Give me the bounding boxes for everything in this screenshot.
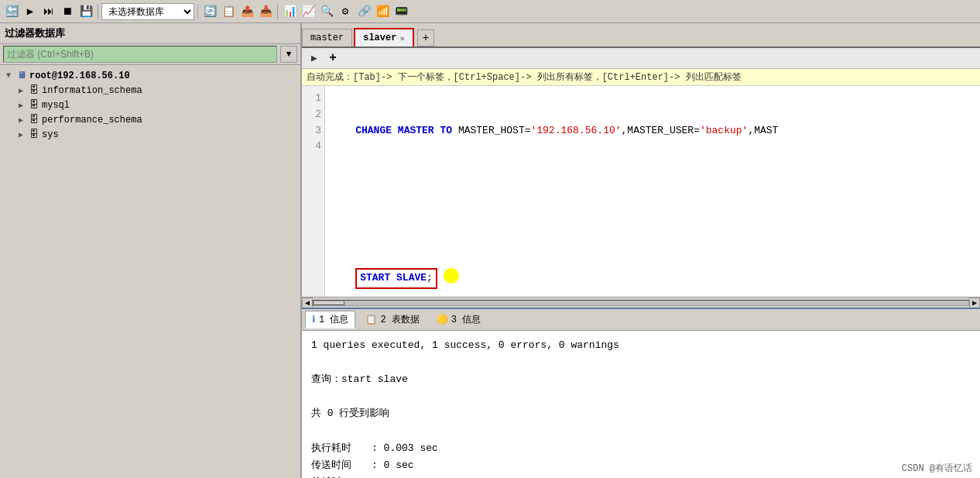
query-run-icon[interactable]: ▶ [307,50,322,66]
toolbar-icon-7[interactable]: 📋 [220,3,237,20]
node-label-mysql: mysql [42,100,70,111]
info-icon: ℹ [312,314,316,325]
selected-code: START SLAVE; [355,268,437,289]
toolbar-icon-1[interactable]: 🔙 [3,3,20,20]
semicolon: ; [427,272,433,284]
result-line-1: 1 queries executed, 1 success, 0 errors,… [311,337,971,354]
result-tab-msg-label: 3 信息 [451,313,481,326]
result-tab-info[interactable]: ℹ 1 信息 [305,311,355,328]
node-label-ps: performance_schema [42,115,142,126]
code-line-1: CHANGE MASTER TO MASTER_HOST='192.168.56… [331,123,974,139]
hscroll-track[interactable] [313,300,969,306]
expand-icon-sys: ▶ [19,130,26,139]
line-num-1: 1 [305,91,321,107]
str-user: 'backup' [700,125,748,136]
line-num-4: 4 [305,139,321,155]
tab-master[interactable]: master [302,29,352,46]
toolbar-icon-9[interactable]: 📥 [257,3,274,20]
msg-icon: 🟡 [437,314,448,325]
query-editor[interactable]: 1 2 3 4 CHANGE MASTER TO MASTER_HOST='19… [302,86,980,297]
toolbar-icon-13[interactable]: ⚙ [337,3,354,20]
line-num-2: 2 [305,107,321,123]
result-line-3: 查询：start slave [311,371,971,388]
expand-icon: ▼ [6,71,14,80]
toolbar-icon-6[interactable]: 🔄 [201,3,218,20]
results-content: 1 queries executed, 1 success, 0 errors,… [302,331,980,478]
line-numbers: 1 2 3 4 [302,86,325,297]
add-tab-button[interactable]: + [417,29,434,46]
query-toolbar: ▶ + [302,48,980,69]
toolbar-icon-15[interactable]: 📶 [374,3,391,20]
db-icon-sys: 🗄 [29,129,39,140]
kw-change: CHANGE [355,125,392,136]
toolbar-icon-8[interactable]: 📤 [238,3,255,20]
content-area: master slaver ✕ + ▶ + 自动完成：[Tab]-> 下一个标签… [302,23,980,478]
kw-slave: SLAVE [396,272,427,284]
toolbar-icon-2[interactable]: ▶ [22,3,39,20]
code-master-host: MASTER_HOST= [458,125,531,136]
node-label-sys: sys [42,129,59,140]
tab-slaver-close[interactable]: ✕ [399,33,405,43]
result-tab-table[interactable]: 📋 2 表数据 [358,311,426,328]
hscroll-thumb[interactable] [314,301,344,305]
database-selector[interactable]: 未选择数据库 [101,3,194,20]
db-icon-is: 🗄 [29,84,39,96]
query-tabs: master slaver ✕ + [302,23,980,48]
code-line-4: START SLAVE; [331,268,974,289]
toolbar-icon-3[interactable]: ⏭ [40,3,57,20]
tab-master-label: master [310,33,344,43]
cursor-marker [444,268,459,284]
kw-master: MASTER [398,125,434,136]
hscroll-left[interactable]: ◀ [302,297,313,308]
toolbar-icon-14[interactable]: 🔗 [355,3,372,20]
hscroll-right[interactable]: ▶ [969,297,980,308]
sidebar: 过滤器数据库 ▼ ▼ 🖥 root@192.168.56.10 ▶ 🗄 info… [0,23,302,478]
result-line-2 [311,354,971,371]
code-area[interactable]: CHANGE MASTER TO MASTER_HOST='192.168.56… [325,86,980,297]
kw-to: TO [440,125,452,136]
editor-inner: 1 2 3 4 CHANGE MASTER TO MASTER_HOST='19… [302,86,980,297]
results-tabs: ℹ 1 信息 📋 2 表数据 🟡 3 信息 [302,309,980,331]
horizontal-scrollbar[interactable]: ◀ ▶ [302,297,980,308]
result-tab-msg[interactable]: 🟡 3 信息 [430,311,488,328]
expand-icon-mysql: ▶ [19,101,26,110]
toolbar-icon-10[interactable]: 📊 [281,3,298,20]
tree-node-performance-schema[interactable]: ▶ 🗄 performance_schema [0,112,300,127]
result-line-5: 共 0 行受到影响 [311,405,971,422]
result-line-6 [311,422,971,439]
db-icon-ps: 🗄 [29,114,39,126]
filter-bar: ▼ [0,44,300,65]
toolbar-icon-5[interactable]: 💾 [77,3,94,20]
main-layout: 过滤器数据库 ▼ ▼ 🖥 root@192.168.56.10 ▶ 🗄 info… [0,23,980,478]
result-tab-table-label: 2 表数据 [380,313,419,326]
node-label-is: information_schema [42,85,142,96]
toolbar-sep-3 [277,4,278,19]
main-toolbar: 🔙 ▶ ⏭ ⏹ 💾 未选择数据库 🔄 📋 📤 📥 📊 📈 🔍 ⚙ 🔗 📶 📟 [0,0,980,23]
bottom-bar: CSDN @有语忆话 [894,459,980,478]
tab-slaver[interactable]: slaver ✕ [354,28,414,46]
tree-node-information-schema[interactable]: ▶ 🗄 information_schema [0,83,300,98]
filter-input[interactable] [3,46,277,63]
table-icon: 📋 [365,314,377,325]
expand-icon-is: ▶ [19,86,26,95]
database-tree: ▼ 🖥 root@192.168.56.10 ▶ 🗄 information_s… [0,65,300,478]
toolbar-icon-12[interactable]: 🔍 [318,3,335,20]
filter-button[interactable]: ▼ [280,46,297,63]
expand-icon-ps: ▶ [19,115,26,125]
tree-node-sys[interactable]: ▶ 🗄 sys [0,127,300,142]
results-panel: ℹ 1 信息 📋 2 表数据 🟡 3 信息 1 queries executed… [302,308,980,478]
toolbar-icon-11[interactable]: 📈 [300,3,317,20]
str-host: '192.168.56.10' [531,125,622,136]
toolbar-sep-1 [98,4,98,19]
tab-slaver-label: slaver [363,33,396,43]
toolbar-icon-16[interactable]: 📟 [392,3,409,20]
tree-root-node[interactable]: ▼ 🖥 root@192.168.56.10 [0,68,300,83]
autocomplete-bar: 自动完成：[Tab]-> 下一个标签，[Ctrl+Space]-> 列出所有标签… [302,69,980,86]
code-line-2 [331,171,974,187]
tree-node-mysql[interactable]: ▶ 🗄 mysql [0,98,300,112]
sidebar-header: 过滤器数据库 [0,23,300,44]
server-icon: 🖥 [17,70,26,81]
add-query-icon[interactable]: + [325,50,341,66]
toolbar-icon-4[interactable]: ⏹ [59,3,76,20]
db-icon-mysql: 🗄 [29,99,39,111]
